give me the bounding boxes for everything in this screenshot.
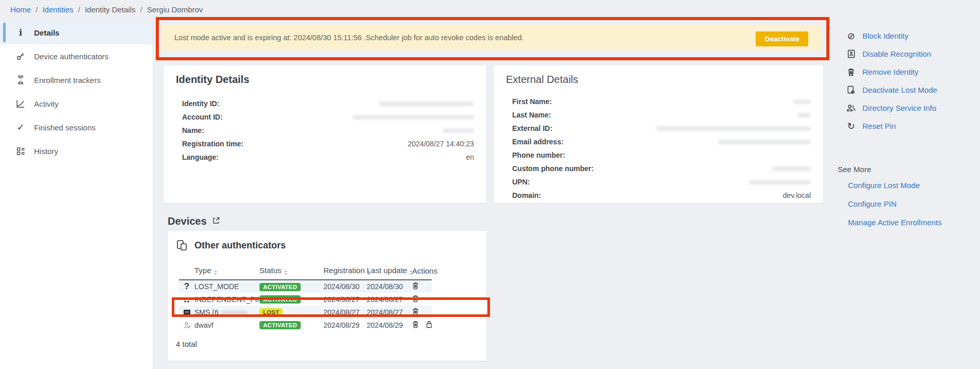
left-sidebar: i Details Device authenticators Enrollme… — [0, 21, 153, 369]
last-update-cell: 2024/08/30 — [367, 280, 412, 293]
field-identity-id: Identity ID: — [176, 97, 474, 110]
table-row-lost-mode: ? LOST_MODE ACTIVATED 2024/08/30 2024/08… — [179, 280, 432, 293]
status-badge: ACTIVATED — [259, 283, 301, 291]
field-upn: UPN: — [506, 175, 811, 189]
registration-cell: 2024/08/29 — [323, 318, 367, 331]
identity-details-title: Identity Details — [176, 74, 474, 86]
delete-icon[interactable] — [412, 282, 419, 290]
field-phone-number: Phone number: — [506, 148, 811, 162]
disable-recognition-link[interactable]: Disable Recognition — [846, 45, 975, 63]
column-header-type[interactable]: Type — [194, 263, 259, 280]
table-row-dwavf: dwavf ACTIVATED 2024/08/29 2024/08/29 — [179, 318, 432, 331]
see-more-title: See More — [838, 165, 975, 174]
redacted-value — [221, 311, 248, 315]
field-name: Name: — [176, 124, 474, 137]
redacted-value — [718, 140, 811, 144]
devices-section-title: Devices — [168, 215, 220, 227]
sort-icon[interactable] — [214, 270, 217, 275]
redacted-value — [797, 113, 811, 118]
status-badge: ACTIVATED — [259, 321, 301, 329]
sidebar-item-label: Device authenticators — [34, 52, 108, 61]
field-account-id: Account ID: — [176, 110, 474, 124]
field-language: Language: en — [176, 150, 474, 164]
column-header-last-update[interactable]: Last update — [367, 263, 412, 280]
external-details-card: External Details First Name: Last Name: … — [494, 65, 823, 203]
column-header-actions: Actions — [412, 263, 432, 280]
manage-active-enrollments-link[interactable]: Manage Active Enrollments — [848, 218, 975, 227]
check-icon: ✓ — [15, 122, 26, 132]
table-header-row: Type Status Registration Last update Act… — [179, 263, 432, 280]
see-more-section: See More Configure Lost Mode Configure P… — [838, 165, 975, 237]
field-registration-time: Registration time: 2024/08/27 14:40:23 — [176, 137, 474, 150]
sidebar-item-finished-sessions[interactable]: ✓ Finished sessions — [0, 115, 153, 139]
redacted-value — [656, 126, 811, 131]
last-update-cell: 2024/08/29 — [367, 318, 412, 331]
sidebar-item-label: History — [34, 147, 58, 156]
delete-icon[interactable] — [412, 321, 419, 328]
hourglass-icon — [15, 75, 26, 85]
info-icon: i — [15, 27, 26, 38]
block-identity-link[interactable]: ⊘ Block Identity — [846, 27, 975, 45]
total-count: 4 total — [176, 340, 479, 348]
sidebar-item-label: Enrollment trackers — [34, 76, 101, 85]
id-card-icon — [846, 49, 856, 58]
sort-icon[interactable] — [284, 270, 287, 275]
sidebar-item-enrollment-trackers[interactable]: Enrollment trackers — [0, 68, 153, 92]
deactivate-lost-mode-link[interactable]: Deactivate Lost Mode — [846, 81, 975, 99]
field-custom-phone-number: Custom phone number: — [506, 162, 811, 175]
deactivate-button[interactable]: Deactivate — [756, 31, 808, 46]
sidebar-item-device-authenticators[interactable]: Device authenticators — [0, 44, 153, 68]
breadcrumb-identity-name: Sergiu Dombrov — [147, 5, 203, 14]
external-details-title: External Details — [506, 74, 811, 86]
type-cell: dwavf — [194, 318, 259, 331]
last-update-cell: 2024/08/27 — [367, 306, 412, 318]
breadcrumb-identities-link[interactable]: Identities — [42, 5, 73, 14]
person-icon — [183, 321, 191, 329]
type-cell: SMS (6 — [194, 308, 219, 316]
field-email-address: Email address: — [506, 135, 811, 148]
remove-identity-link[interactable]: Remove Identity — [846, 63, 975, 81]
other-authenticators-card: Other authenticators Type Status Registr… — [168, 231, 486, 361]
breadcrumb-home-link[interactable]: Home — [10, 5, 31, 14]
sidebar-item-label: Finished sessions — [34, 123, 95, 132]
sidebar-item-activity[interactable]: Activity — [0, 92, 153, 115]
redacted-value — [379, 102, 474, 106]
configure-lost-mode-link[interactable]: Configure Lost Mode — [848, 181, 975, 190]
external-link-icon[interactable] — [212, 215, 220, 227]
breadcrumb-identity-details: Identity Details — [85, 5, 135, 14]
field-first-name: First Name: — [506, 95, 811, 108]
breadcrumb: Home / Identities / Identity Details / S… — [10, 5, 203, 14]
reset-arrows-icon: ↻ — [846, 122, 856, 131]
column-header-status[interactable]: Status — [259, 263, 323, 280]
registration-cell: 2024/08/27 — [323, 293, 367, 306]
breadcrumb-separator: / — [140, 5, 142, 14]
delete-icon[interactable] — [412, 295, 419, 303]
last-update-cell: 2024/08/27 — [367, 293, 412, 306]
field-external-id: External ID: — [506, 122, 811, 135]
delete-icon[interactable] — [412, 308, 419, 315]
block-circle-icon: ⊘ — [846, 31, 856, 41]
registration-cell: 2024/08/27 — [323, 306, 367, 318]
history-list-icon — [15, 146, 26, 156]
trash-icon — [846, 68, 856, 76]
reset-pin-link[interactable]: ↻ Reset Pin — [846, 117, 975, 135]
sidebar-item-details[interactable]: i Details — [0, 21, 153, 44]
directory-service-info-link[interactable]: Directory Service Info — [846, 99, 975, 117]
configure-pin-link[interactable]: Configure PIN — [848, 199, 975, 208]
sidebar-item-history[interactable]: History — [0, 139, 153, 163]
identity-details-card: Identity Details Identity ID: Account ID… — [164, 65, 486, 203]
device-clock-icon — [846, 86, 856, 94]
registration-time-value: 2024/08/27 14:40:23 — [408, 140, 474, 148]
sms-bubble-icon — [183, 308, 191, 316]
sidebar-item-label: Details — [34, 28, 59, 37]
language-value: en — [466, 153, 474, 161]
column-header-registration[interactable]: Registration — [323, 263, 367, 280]
lock-icon[interactable] — [426, 321, 432, 328]
lost-mode-banner-message: Lost mode active and is expiring at: 202… — [174, 33, 524, 42]
redacted-value — [353, 115, 474, 120]
authenticators-table: Type Status Registration Last update Act… — [179, 263, 432, 331]
status-badge: ACTIVATED — [259, 295, 301, 304]
registration-cell: 2024/08/30 — [323, 280, 367, 293]
field-domain: Domain: dev.local — [506, 189, 811, 202]
redacted-value — [793, 99, 811, 104]
